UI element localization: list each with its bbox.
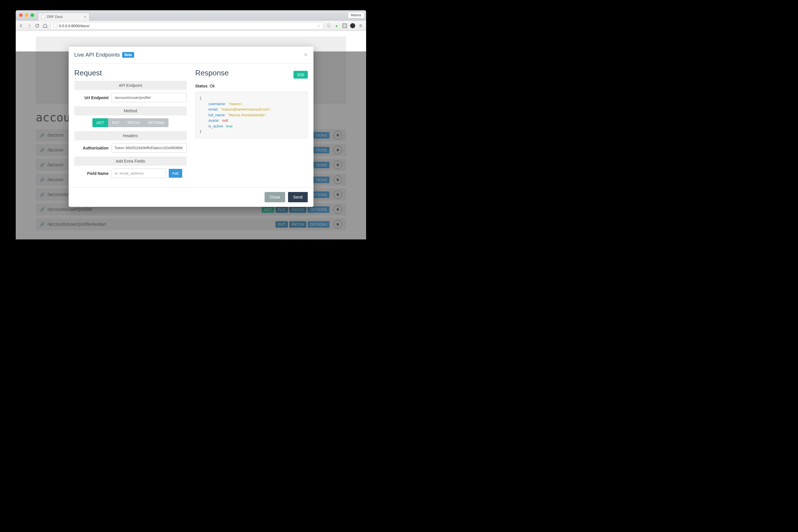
- menu-icon[interactable]: ≡: [358, 23, 363, 28]
- profile-button[interactable]: Manos: [348, 12, 364, 18]
- auth-input[interactable]: [111, 143, 187, 153]
- method-patch-button[interactable]: PATCH: [124, 118, 144, 127]
- status-line: Status: Ok: [195, 84, 308, 88]
- section-header: Headers: [74, 131, 187, 140]
- toolbar: 0.0.0.0:8000/docs/ ☆ ⓘ ● B ≡: [16, 21, 366, 31]
- modal-header: Live API Endpoints Beta ×: [69, 46, 313, 63]
- status-code-badge: 200: [293, 71, 307, 79]
- auth-label: Authorization: [74, 146, 109, 150]
- page-viewport: accoun 🔗/accounTIONS🔗/accounTIONS🔗/accou…: [16, 31, 366, 240]
- url-label: Url Endpoint: [74, 95, 109, 100]
- site-info-icon[interactable]: [53, 24, 57, 28]
- home-icon[interactable]: [43, 23, 48, 28]
- forward-icon[interactable]: [26, 23, 32, 28]
- field-input[interactable]: [111, 169, 166, 178]
- response-body: { username: "manos", email: "manos@iamem…: [195, 92, 308, 138]
- url-text: 0.0.0.0:8000/docs/: [59, 24, 90, 28]
- tab-bar: DRF Docs × Manos: [16, 10, 366, 21]
- method-put-button[interactable]: PUT: [108, 118, 124, 127]
- tab-title: DRF Docs: [47, 15, 62, 19]
- address-bar[interactable]: 0.0.0.0:8000/docs/ ☆: [51, 22, 323, 30]
- method-get-button[interactable]: GET: [92, 118, 108, 127]
- live-api-modal: Live API Endpoints Beta × Request API En…: [69, 46, 313, 207]
- extension-icon[interactable]: ●: [334, 23, 339, 28]
- modal-title: Live API Endpoints: [74, 52, 120, 58]
- add-button[interactable]: Add: [169, 169, 182, 178]
- send-button[interactable]: Send: [288, 192, 308, 202]
- close-button[interactable]: Close: [265, 192, 285, 202]
- section-header: API Endpoint: [74, 81, 187, 90]
- reload-icon[interactable]: [35, 23, 40, 28]
- extension-icon[interactable]: [350, 23, 355, 28]
- close-window-icon[interactable]: [19, 14, 23, 17]
- close-icon[interactable]: ×: [304, 51, 308, 59]
- page-icon: [41, 15, 45, 19]
- extension-icon[interactable]: ⓘ: [326, 23, 331, 28]
- back-icon[interactable]: [19, 23, 24, 28]
- extensions: ⓘ ● B ≡: [326, 23, 363, 28]
- section-header: Method: [74, 106, 187, 115]
- request-heading: Request: [74, 69, 187, 77]
- modal-footer: Close Send: [69, 187, 313, 207]
- request-panel: Request API Endpoint Url Endpoint Method…: [74, 69, 187, 182]
- minimize-window-icon[interactable]: [25, 14, 28, 17]
- method-options-button[interactable]: OPTIONS: [144, 118, 168, 127]
- maximize-window-icon[interactable]: [31, 14, 34, 17]
- url-input[interactable]: [111, 93, 187, 102]
- extension-icon[interactable]: B: [342, 23, 347, 28]
- bookmark-star-icon[interactable]: ☆: [316, 23, 321, 28]
- close-tab-icon[interactable]: ×: [84, 15, 86, 19]
- section-header: Add Extra Fields: [74, 156, 187, 166]
- browser-tab[interactable]: DRF Docs ×: [38, 13, 90, 21]
- response-panel: Response 200 Status: Ok { username: "man…: [195, 69, 308, 182]
- browser-window: DRF Docs × Manos 0.0.0.0:8000/docs/ ☆ ⓘ …: [16, 10, 366, 240]
- window-controls: [19, 14, 34, 17]
- response-heading: Response: [195, 69, 229, 77]
- beta-badge: Beta: [122, 52, 134, 58]
- field-label: Field Name: [74, 171, 109, 176]
- method-group: GETPUTPATCHOPTIONS: [92, 118, 168, 127]
